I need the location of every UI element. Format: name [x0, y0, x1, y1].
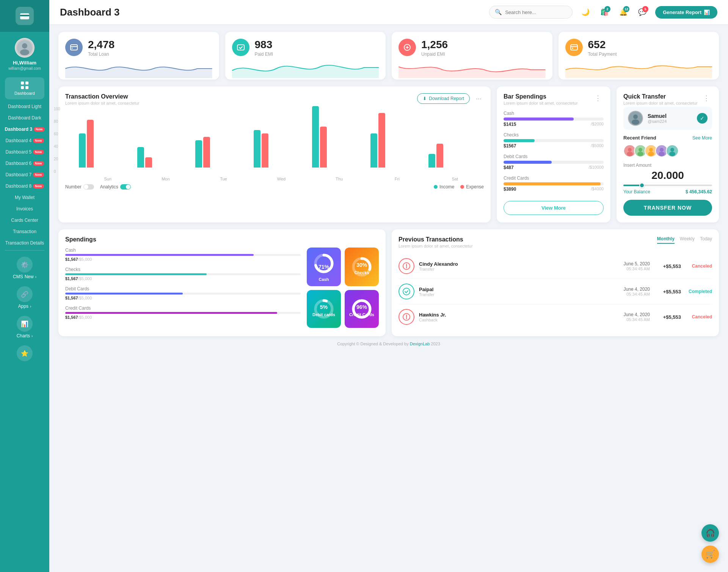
view-more-label: View More	[541, 205, 566, 211]
svg-point-43	[403, 288, 410, 295]
transaction-overview-subtitle: Lorem ipsum dolor sit amet, consectetur	[65, 101, 140, 105]
unpaid-emi-number: 1,256	[421, 39, 448, 51]
txn-icon-hawkins	[399, 309, 414, 325]
number-toggle[interactable]	[83, 184, 94, 190]
search-box[interactable]: 🔍	[489, 6, 573, 19]
bar-chart-icon: 📊	[704, 9, 710, 15]
dashboard-menu-icon[interactable]: Dashboard	[5, 77, 44, 99]
quick-transfer-more[interactable]: ⋮	[701, 93, 712, 103]
sidebar-item-dashboard5[interactable]: Dashboard 5 New	[0, 146, 49, 158]
footer-brand[interactable]: DexignLab	[410, 342, 430, 346]
sidebar-item-dashboard7[interactable]: Dashboard 7 New	[0, 169, 49, 180]
recent-friend-label: Recent Friend	[623, 135, 656, 141]
svg-point-4	[22, 43, 27, 49]
total-payment-number: 652	[588, 39, 617, 51]
sidebar-item-transaction[interactable]: Transaction	[0, 226, 49, 237]
stat-card-total-payment: 652 Total Payment	[559, 32, 719, 80]
txn-icon-paipal	[399, 284, 414, 299]
tab-monthly[interactable]: Monthly	[657, 236, 675, 244]
legend-analytics: Analytics	[100, 184, 131, 190]
svg-point-32	[670, 148, 674, 152]
spending-item-credit: Credit Cards $3890 /$4000	[504, 176, 604, 192]
cart-fab[interactable]: 🛒	[701, 545, 719, 563]
favorites-section[interactable]: ⭐	[0, 341, 49, 364]
transfer-check-icon[interactable]: ✓	[697, 113, 708, 124]
messages-button[interactable]: 💬 5	[635, 5, 649, 19]
notifications-button[interactable]: 🔔 12	[617, 5, 630, 19]
cms-section[interactable]: ⚙️ CMS New ›	[0, 252, 49, 282]
previous-transactions-card: Previous Transactions Lorem ipsum dolor …	[392, 229, 719, 336]
txn-date-paipal: June 4, 2020 05:34:45 AM	[624, 287, 650, 296]
sidebar-item-dashboard6[interactable]: Dashboard 6 New	[0, 158, 49, 169]
view-more-button[interactable]: View More	[504, 201, 604, 215]
amount-slider[interactable]	[623, 185, 712, 186]
sidebar-item-dashboard4[interactable]: Dashboard 4 New	[0, 135, 49, 146]
expense-dot	[460, 185, 464, 189]
sidebar-item-dashboard8[interactable]: Dashboard 8 New	[0, 180, 49, 192]
transfer-now-button[interactable]: TRANSFER NOW	[623, 200, 712, 216]
spendings-card: Spendings Cash $1,567/$5,000 Checks $1,5…	[58, 229, 386, 336]
friend-avatar-5[interactable]	[666, 144, 679, 157]
moon-toggle[interactable]: 🌙	[579, 5, 592, 19]
balance-value: $ 456,345.62	[686, 189, 712, 194]
donut-credit: 96% Credit Cards	[345, 290, 379, 328]
svg-point-24	[637, 152, 643, 156]
cms-icon[interactable]: ⚙️	[17, 257, 33, 273]
bar-thu-red	[320, 127, 327, 168]
sidebar-item-wallet[interactable]: My Wallet	[0, 192, 49, 203]
bar-spendings-card: Bar Spendings Lorem ipsum dolor sit amet…	[497, 86, 610, 223]
sidebar-item-dashboard-light[interactable]: Dashboard Light	[0, 101, 49, 112]
label-tue: Tue	[195, 177, 253, 181]
download-report-button[interactable]: ⬇ Download Report	[417, 93, 470, 104]
star-icon[interactable]: ⭐	[17, 345, 33, 361]
sidebar-item-dashboard-dark[interactable]: Dashboard Dark	[0, 112, 49, 124]
dashboard7-badge: New	[33, 172, 44, 177]
charts-icon[interactable]: 📊	[17, 316, 33, 332]
txn-amount-hawkins: +$5,553	[654, 314, 681, 320]
bar-group-sun	[79, 120, 134, 168]
transaction-overview-card: Transaction Overview Lorem ipsum dolor s…	[58, 86, 491, 223]
support-fab[interactable]: 🎧	[701, 524, 719, 542]
bar-spendings-title: Bar Spendings	[504, 93, 578, 100]
total-loan-icon	[65, 39, 83, 56]
svg-rect-6	[21, 81, 24, 85]
transfer-user-name: Samuel	[648, 113, 667, 119]
svg-point-21	[627, 152, 633, 156]
charts-section[interactable]: 📊 Charts ›	[0, 311, 49, 341]
logo-icon[interactable]	[16, 7, 34, 25]
content-area: 2,478 Total Loan	[49, 24, 728, 572]
slider-thumb[interactable]	[639, 183, 645, 188]
analytics-toggle[interactable]	[120, 184, 131, 190]
cart-badge: 2	[604, 6, 610, 12]
bar-fri-red	[378, 113, 385, 168]
username: Hi,William	[13, 60, 36, 66]
svg-rect-15	[572, 48, 573, 49]
apps-icon[interactable]: 🔗	[17, 286, 33, 302]
search-input[interactable]	[505, 9, 566, 15]
tab-today[interactable]: Today	[700, 236, 712, 244]
tab-weekly[interactable]: Weekly	[680, 236, 695, 244]
income-dot	[434, 185, 438, 189]
see-more-link[interactable]: See More	[692, 135, 712, 141]
dashboard8-badge: New	[33, 184, 44, 188]
sp-debit-bar	[65, 293, 183, 295]
transaction-item-paipal: Paipal Transfer June 4, 2020 05:34:45 AM…	[399, 279, 712, 304]
generate-report-label: Generate Report	[663, 9, 701, 15]
cart-button[interactable]: 🛍️ 2	[598, 5, 611, 19]
label-fri: Fri	[368, 177, 426, 181]
bar-spendings-more[interactable]: ⋮	[592, 93, 604, 103]
pt-subtitle: Lorem ipsum dolor sit amet, consectetur	[399, 244, 473, 248]
total-loan-number: 2,478	[88, 39, 115, 51]
sidebar-item-cards[interactable]: Cards Center	[0, 215, 49, 226]
pt-header: Previous Transactions Lorem ipsum dolor …	[399, 236, 712, 248]
avatar	[15, 38, 35, 58]
apps-section[interactable]: 🔗 Apps ›	[0, 282, 49, 311]
generate-report-button[interactable]: Generate Report 📊	[655, 6, 717, 19]
sidebar-item-transaction-details[interactable]: Transaction Details	[0, 237, 49, 249]
more-options-icon[interactable]: ···	[474, 94, 484, 103]
sidebar-item-invoices[interactable]: Invoices	[0, 203, 49, 215]
slider-fill	[623, 185, 641, 186]
sidebar-item-dashboard3[interactable]: Dashboard 3 New	[0, 124, 49, 135]
svg-rect-1	[20, 15, 29, 16]
svg-rect-12	[237, 45, 244, 50]
